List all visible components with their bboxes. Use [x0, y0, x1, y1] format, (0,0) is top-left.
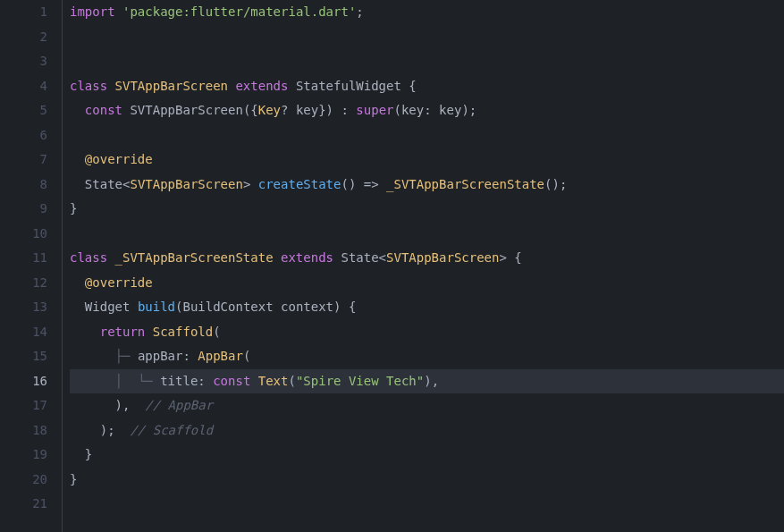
class-name: Text: [258, 374, 289, 388]
keyword: return: [100, 325, 153, 339]
class-name: SVTAppBarScreen: [115, 79, 236, 93]
class-name: StatefulWidget: [296, 79, 409, 93]
line-number-current[interactable]: 16: [0, 369, 55, 394]
keyword: const: [213, 374, 258, 388]
line-number[interactable]: 9: [0, 197, 55, 222]
punctuation: ) {: [333, 300, 356, 314]
code-area[interactable]: import 'package:flutter/material.dart'; …: [63, 0, 784, 532]
class-name: AppBar: [198, 349, 243, 363]
code-line[interactable]: [70, 123, 784, 148]
identifier: key: [439, 103, 461, 117]
code-line[interactable]: }: [70, 443, 784, 468]
line-number[interactable]: 8: [0, 173, 55, 198]
code-line[interactable]: return Scaffold(: [70, 320, 784, 345]
keyword: const: [85, 103, 131, 117]
class-name: _SVTAppBarScreenState: [386, 177, 544, 191]
punctuation: :: [424, 103, 439, 117]
tree-guide: │: [115, 374, 138, 388]
punctuation: {: [409, 79, 416, 93]
punctuation: ({: [243, 103, 258, 117]
indent: [70, 374, 115, 388]
keyword: class: [70, 250, 115, 265]
indent: [70, 275, 85, 290]
line-number[interactable]: 14: [0, 320, 55, 345]
code-line[interactable]: [70, 222, 784, 247]
line-number[interactable]: 3: [0, 49, 55, 74]
line-number[interactable]: 20: [0, 468, 55, 493]
keyword: extends: [281, 250, 341, 265]
parameter: key: [296, 103, 318, 117]
code-line[interactable]: class _SVTAppBarScreenState extends Stat…: [70, 246, 784, 271]
line-number[interactable]: 12: [0, 271, 55, 296]
line-number[interactable]: 2: [0, 25, 55, 50]
line-number[interactable]: 13: [0, 295, 55, 320]
indent: [70, 177, 85, 191]
keyword: extends: [235, 79, 295, 93]
type: BuildContext: [182, 300, 281, 314]
punctuation: );: [100, 423, 115, 437]
constructor: SVTAppBarScreen: [130, 103, 242, 117]
gutter: 1 2 3 4 5 6 7 8 9 10 11 12 13 14 15 16 1…: [0, 0, 63, 532]
indent: [70, 152, 85, 166]
keyword: super: [356, 103, 393, 117]
line-number[interactable]: 11: [0, 246, 55, 271]
line-number[interactable]: 4: [0, 74, 55, 99]
line-number[interactable]: 1: [0, 0, 55, 25]
indent: [70, 325, 100, 339]
code-line[interactable]: [70, 25, 784, 50]
code-line[interactable]: State<SVTAppBarScreen> createState() => …: [70, 173, 784, 198]
punctuation: :: [182, 349, 198, 363]
type: Widget: [85, 300, 138, 314]
indent: [70, 300, 85, 314]
class-name: _SVTAppBarScreenState: [115, 250, 281, 265]
comment: // AppBar: [130, 398, 213, 412]
code-line[interactable]: Widget build(BuildContext context) {: [70, 295, 784, 320]
code-line[interactable]: @override: [70, 148, 784, 173]
punctuation: ?: [281, 103, 296, 117]
punctuation: }) :: [318, 103, 356, 117]
line-number[interactable]: 15: [0, 344, 55, 369]
line-numbers: 1 2 3 4 5 6 7 8 9 10 11 12 13 14 15 16 1…: [0, 0, 62, 517]
punctuation: >: [499, 250, 514, 265]
punctuation: }: [70, 201, 77, 215]
line-number[interactable]: 18: [0, 418, 55, 443]
line-number[interactable]: 10: [0, 222, 55, 247]
punctuation: ),: [424, 374, 439, 388]
code-line[interactable]: const SVTAppBarScreen({Key? key}) : supe…: [70, 98, 784, 123]
code-line[interactable]: import 'package:flutter/material.dart';: [70, 0, 784, 25]
line-number[interactable]: 6: [0, 123, 55, 148]
punctuation: () =>: [341, 177, 386, 191]
type: Key: [258, 103, 281, 117]
code-line[interactable]: ); // Scaffold: [70, 418, 784, 443]
tree-guide: └─: [138, 374, 160, 388]
code-line[interactable]: [70, 49, 784, 74]
line-number[interactable]: 19: [0, 443, 55, 468]
punctuation: ;: [356, 4, 363, 19]
line-number[interactable]: 7: [0, 148, 55, 173]
line-number[interactable]: 21: [0, 492, 55, 517]
punctuation: >: [243, 177, 258, 191]
punctuation: ),: [115, 398, 131, 412]
line-number[interactable]: 17: [0, 393, 55, 418]
punctuation: {: [514, 250, 521, 265]
code-line-current[interactable]: │ └─ title: const Text("Spire View Tech"…: [70, 369, 784, 394]
punctuation: (: [243, 349, 250, 363]
line-number[interactable]: 5: [0, 98, 55, 123]
code-line[interactable]: [70, 492, 784, 517]
parameter: context: [281, 300, 333, 314]
punctuation: (: [213, 325, 220, 339]
code-line[interactable]: ├─ appBar: AppBar(: [70, 344, 784, 369]
code-line[interactable]: @override: [70, 271, 784, 296]
punctuation: (: [394, 103, 401, 117]
named-param: title: [160, 374, 198, 388]
code-line[interactable]: }: [70, 468, 784, 493]
indent: [70, 447, 85, 461]
code-line[interactable]: ), // AppBar: [70, 393, 784, 418]
punctuation: :: [198, 374, 213, 388]
code-editor: 1 2 3 4 5 6 7 8 9 10 11 12 13 14 15 16 1…: [0, 0, 784, 532]
type: SVTAppBarScreen: [386, 250, 499, 265]
code-line[interactable]: }: [70, 197, 784, 222]
indent: [70, 103, 85, 117]
code-line[interactable]: class SVTAppBarScreen extends StatefulWi…: [70, 74, 784, 99]
tree-guide: ├─: [115, 349, 138, 363]
